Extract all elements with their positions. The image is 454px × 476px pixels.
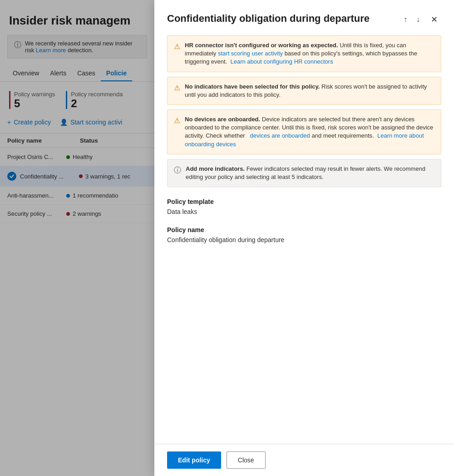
alert-strong: Add more indicators.	[186, 165, 245, 172]
policy-name-section: Policy name Confidentiality obligation d…	[167, 226, 441, 243]
alert-no-indicators: ⚠ No indicators have been selected for t…	[167, 77, 441, 105]
panel-title: Confidentiality obligation during depart…	[167, 13, 400, 25]
start-scoring-link[interactable]: start scoring user activity	[218, 50, 283, 57]
alert-text: No indicators have been selected for thi…	[185, 83, 434, 99]
alert-no-devices: ⚠ No devices are onboarded. Device indic…	[167, 109, 441, 154]
info-icon: ⓘ	[174, 165, 181, 175]
panel-nav: ↑ ↓ ✕	[400, 13, 441, 26]
policy-template-value: Data leaks	[167, 208, 441, 215]
alert-text: HR connector isn't configured or working…	[185, 41, 434, 66]
panel-nav-up-button[interactable]: ↑	[400, 14, 411, 25]
learn-hr-connectors-link[interactable]: Learn about configuring HR connectors	[230, 58, 333, 65]
detail-panel: Confidentiality obligation during depart…	[154, 0, 454, 476]
panel-body: ⚠ HR connector isn't configured or worki…	[154, 35, 454, 444]
policy-name-value: Confidentiality obligation during depart…	[167, 236, 441, 243]
alert-strong: No indicators have been selected for thi…	[185, 83, 320, 90]
close-button[interactable]: Close	[227, 451, 266, 469]
alert-add-indicators: ⓘ Add more indicators. Fewer indicators …	[167, 159, 441, 187]
alert-strong: HR connector isn't configured or working…	[185, 42, 338, 49]
policy-name-label: Policy name	[167, 226, 441, 233]
warning-icon: ⚠	[174, 83, 180, 93]
panel-footer: Edit policy Close	[154, 444, 454, 476]
panel-header: Confidentiality obligation during depart…	[154, 0, 454, 35]
alert-strong: No devices are onboarded.	[185, 116, 260, 123]
devices-onboarded-link[interactable]: devices are onboarded	[250, 132, 310, 139]
alert-hr-connector: ⚠ HR connector isn't configured or worki…	[167, 35, 441, 72]
alert-text: Add more indicators. Fewer indicators se…	[186, 165, 434, 181]
policy-template-label: Policy template	[167, 198, 441, 205]
panel-close-button[interactable]: ✕	[427, 13, 441, 26]
policy-template-section: Policy template Data leaks	[167, 198, 441, 215]
edit-policy-button[interactable]: Edit policy	[167, 451, 221, 469]
warning-icon: ⚠	[174, 116, 180, 126]
alert-text: No devices are onboarded. Device indicat…	[185, 115, 434, 149]
warning-icon: ⚠	[174, 42, 180, 52]
panel-nav-down-button[interactable]: ↓	[413, 14, 424, 25]
